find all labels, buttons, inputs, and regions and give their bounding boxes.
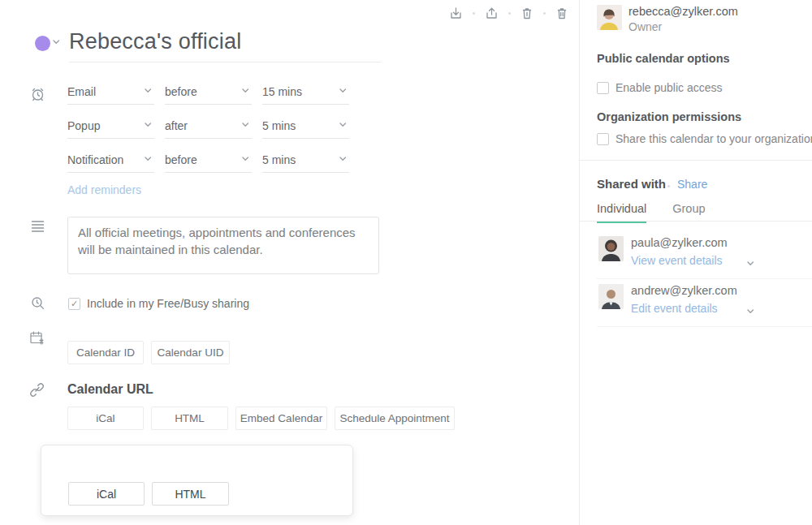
- shared-person-row: paula@zylker.com View event details: [598, 236, 728, 267]
- embed-calendar-button[interactable]: Embed Calendar: [235, 407, 327, 430]
- section-divider: [580, 160, 812, 161]
- shared-with-heading: Shared with: [597, 177, 666, 191]
- chevron-down-icon: [145, 157, 152, 162]
- schedule-appointment-button[interactable]: Schedule Appointment: [335, 407, 455, 430]
- reminder-when-select[interactable]: before: [165, 84, 252, 105]
- freebusy-search-icon: [31, 296, 45, 311]
- shared-person-row: andrew@zylker.com Edit event details: [598, 284, 737, 315]
- public-calendar-options-heading: Public calendar options: [597, 52, 730, 65]
- chevron-down-icon[interactable]: [747, 309, 754, 315]
- owner-role: Owner: [628, 20, 738, 33]
- freebusy-label: Include in my Free/Busy sharing: [87, 297, 249, 310]
- chevron-down-icon: [242, 88, 249, 94]
- list-divider: [597, 326, 812, 327]
- chevron-down-icon: [242, 157, 249, 162]
- export-icon[interactable]: [485, 6, 499, 20]
- person-avatar: [598, 284, 624, 309]
- divider-dot: [473, 12, 475, 15]
- owner-email: rebecca@zylker.com: [628, 5, 738, 18]
- private-html-button[interactable]: HTML: [152, 482, 229, 506]
- person-email: paula@zylker.com: [631, 236, 728, 249]
- freebusy-row: ✓ Include in my Free/Busy sharing: [68, 297, 249, 310]
- enable-public-access-label: Enable public access: [615, 81, 723, 94]
- reminder-type-select[interactable]: Notification: [67, 152, 154, 173]
- chevron-down-icon: [145, 123, 152, 128]
- chevron-down-icon[interactable]: [747, 261, 754, 267]
- divider-dot: [543, 12, 546, 15]
- tabs-divider: [580, 221, 812, 222]
- person-avatar: [598, 236, 624, 261]
- description-icon: [31, 220, 45, 232]
- title-divider: [69, 62, 382, 62]
- description-textarea[interactable]: [67, 217, 379, 274]
- html-button[interactable]: HTML: [151, 407, 228, 430]
- ical-button[interactable]: iCal: [67, 407, 144, 430]
- list-divider: [597, 278, 812, 279]
- sidebar-divider: [579, 0, 580, 525]
- chevron-down-icon: [339, 157, 347, 162]
- calendar-settings-page: Rebecca's official Email before 15 mins …: [0, 0, 812, 525]
- reminder-when-select[interactable]: before: [165, 152, 252, 173]
- calendar-color-swatch[interactable]: [35, 36, 50, 51]
- calendar-id-button[interactable]: Calendar ID: [67, 341, 144, 364]
- share-to-organization-checkbox[interactable]: [597, 133, 609, 145]
- page-title: Rebecca's official: [69, 29, 241, 54]
- owner-block: rebecca@zylker.com Owner: [597, 5, 738, 33]
- toolbar: [449, 6, 568, 20]
- reminder-time-select[interactable]: 5 mins: [262, 152, 349, 173]
- share-to-organization-row: Share this calendar to your organization: [597, 132, 812, 145]
- enable-public-access-checkbox[interactable]: [597, 82, 609, 94]
- chevron-down-icon: [242, 123, 249, 128]
- private-ical-button[interactable]: iCal: [68, 482, 145, 506]
- share-link[interactable]: Share: [677, 178, 707, 191]
- share-to-organization-label: Share this calendar to your organization: [615, 132, 812, 145]
- divider-dot: [508, 12, 511, 15]
- reminder-when-select[interactable]: after: [165, 118, 252, 139]
- clear-events-icon[interactable]: [520, 6, 533, 20]
- person-email: andrew@zylker.com: [631, 284, 737, 297]
- chevron-down-icon: [145, 88, 152, 94]
- chevron-down-icon: [339, 88, 347, 94]
- delete-calendar-icon[interactable]: [555, 6, 568, 20]
- chevron-down-icon[interactable]: [53, 40, 60, 45]
- reminder-time-select[interactable]: 15 mins: [262, 84, 349, 105]
- alarm-icon: [30, 87, 45, 102]
- person-permission-link[interactable]: View event details: [631, 254, 728, 267]
- reminder-type-select[interactable]: Email: [67, 84, 154, 105]
- calendar-uid-button[interactable]: Calendar UID: [151, 341, 230, 364]
- divider-dot: [667, 185, 670, 187]
- organization-permissions-heading: Organization permissions: [597, 110, 741, 123]
- reminder-time-select[interactable]: 5 mins: [262, 118, 349, 139]
- add-reminders-link[interactable]: Add reminders: [67, 183, 141, 196]
- calendar-url-heading: Calendar URL: [67, 382, 153, 397]
- enable-public-access-row: Enable public access: [597, 81, 723, 94]
- import-icon[interactable]: [449, 6, 463, 20]
- private-url-card: Private URL Reset iCal HTML: [41, 445, 353, 516]
- freebusy-checkbox[interactable]: ✓: [68, 298, 80, 310]
- owner-avatar: [597, 5, 622, 30]
- chevron-down-icon: [339, 123, 347, 128]
- link-icon: [29, 382, 45, 398]
- calendar-id-icon: [29, 330, 45, 346]
- person-permission-link[interactable]: Edit event details: [631, 302, 737, 315]
- reminder-type-select[interactable]: Popup: [67, 118, 154, 139]
